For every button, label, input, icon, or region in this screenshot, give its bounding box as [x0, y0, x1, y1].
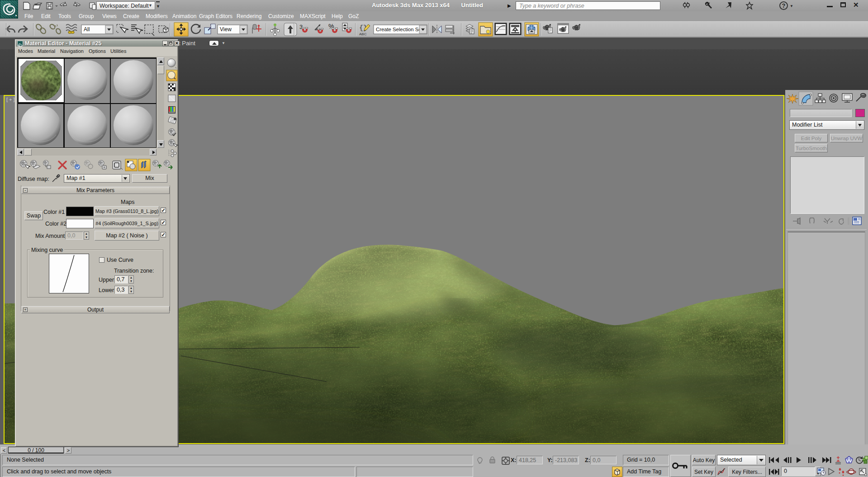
svg-text:All: All	[84, 26, 90, 33]
svg-text:Create Selection Se: Create Selection Se	[376, 27, 421, 32]
svg-text:ABC: ABC	[359, 32, 367, 36]
svg-text:View: View	[220, 26, 232, 33]
